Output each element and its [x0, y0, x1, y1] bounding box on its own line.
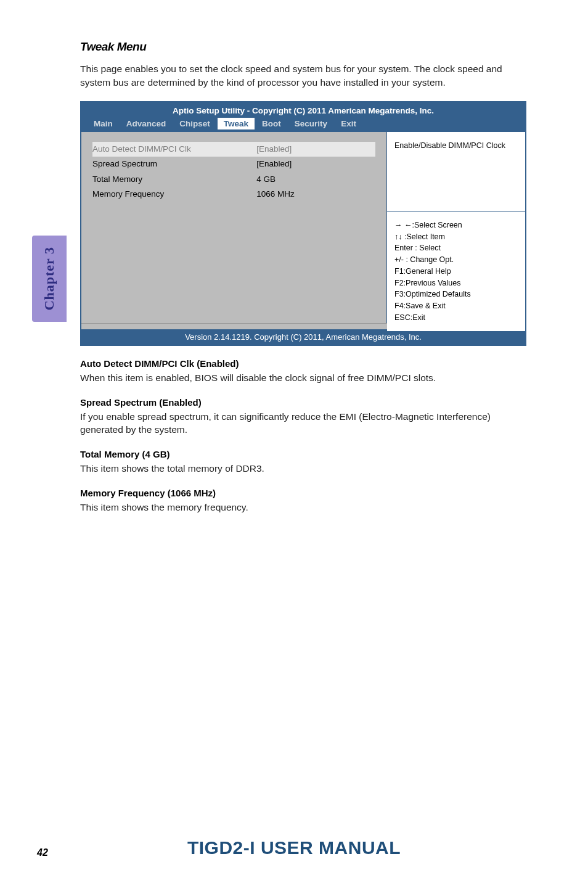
bios-row-value: 1066 MHz: [256, 187, 375, 202]
bios-tab-main: Main: [88, 118, 119, 129]
bios-help-panel: Enable/Disable DIMM/PCI Clock → ←:Select…: [386, 132, 525, 323]
bios-body: Auto Detect DIMM/PCI Clk[Enabled]Spread …: [81, 132, 525, 323]
bios-title: Aptio Setup Utility - Copyright (C) 2011…: [88, 106, 519, 115]
item-body: This item shows the total memory of DDR3…: [80, 462, 526, 475]
bios-tab-row: MainAdvancedChipsetTweakBootSecurityExit: [88, 118, 519, 129]
intro-paragraph: This page enables you to set the clock s…: [80, 62, 526, 90]
bios-row-value: [Enabled]: [256, 142, 375, 157]
bios-settings-panel: Auto Detect DIMM/PCI Clk[Enabled]Spread …: [81, 132, 386, 323]
bios-key-line: ↑↓ :Select Item: [394, 231, 518, 243]
section-title: Tweak Menu: [80, 40, 526, 54]
bios-row: Memory Frequency1066 MHz: [92, 187, 375, 202]
bios-key-line: F2:Previous Values: [394, 277, 518, 289]
bios-tab-tweak: Tweak: [218, 118, 255, 129]
bios-tab-advanced: Advanced: [120, 118, 173, 129]
bios-tab-boot: Boot: [256, 118, 287, 129]
bios-row-label: Total Memory: [92, 172, 256, 187]
bios-key-line: F3:Optimized Defaults: [394, 289, 518, 300]
bios-key-line: F4:Save & Exit: [394, 300, 518, 312]
manual-title: TIGD2-I USER MANUAL: [0, 837, 588, 858]
bios-key-legend: → ←:Select Screen↑↓ :Select ItemEnter : …: [387, 212, 525, 331]
bios-row-label: Auto Detect DIMM/PCI Clk: [92, 142, 256, 157]
bios-help-description: Enable/Disable DIMM/PCI Clock: [387, 132, 525, 212]
item-heading: Auto Detect DIMM/PCI Clk (Enabled): [80, 358, 526, 369]
bios-row-value: [Enabled]: [256, 157, 375, 171]
bios-row-label: Spread Spectrum: [92, 157, 256, 171]
page-footer: TIGD2-I USER MANUAL: [0, 837, 588, 858]
bios-row-value: 4 GB: [256, 172, 375, 187]
item-heading: Total Memory (4 GB): [80, 449, 526, 459]
bios-key-line: → ←:Select Screen: [394, 220, 518, 231]
bios-key-line: ESC:Exit: [394, 312, 518, 324]
bios-settings-table: Auto Detect DIMM/PCI Clk[Enabled]Spread …: [92, 142, 375, 201]
item-heading: Memory Frequency (1066 MHz): [80, 488, 526, 498]
chapter-side-tab: Chapter 3: [32, 236, 67, 322]
bios-row-label: Memory Frequency: [92, 187, 256, 202]
bios-tab-security: Security: [288, 118, 333, 129]
bios-row: Auto Detect DIMM/PCI Clk[Enabled]: [92, 142, 375, 157]
item-body: If you enable spread spectrum, it can si…: [80, 410, 526, 437]
bios-key-line: +/- : Change Opt.: [394, 254, 518, 266]
bios-key-line: Enter : Select: [394, 242, 518, 254]
item-heading: Spread Spectrum (Enabled): [80, 397, 526, 408]
bios-tab-exit: Exit: [335, 118, 362, 129]
bios-footer: Version 2.14.1219. Copyright (C) 2011, A…: [81, 329, 525, 345]
page-number: 42: [37, 847, 48, 858]
bios-row: Total Memory4 GB: [92, 172, 375, 187]
bios-key-line: F1:General Help: [394, 266, 518, 277]
item-body: When this item is enabled, BIOS will dis…: [80, 371, 526, 385]
item-body: This item shows the memory frequency.: [80, 501, 526, 514]
bios-screenshot: Aptio Setup Utility - Copyright (C) 2011…: [80, 101, 526, 346]
bios-header: Aptio Setup Utility - Copyright (C) 2011…: [81, 102, 525, 132]
bios-row: Spread Spectrum[Enabled]: [92, 157, 375, 171]
chapter-side-label: Chapter 3: [41, 247, 57, 310]
bios-tab-chipset: Chipset: [173, 118, 216, 129]
